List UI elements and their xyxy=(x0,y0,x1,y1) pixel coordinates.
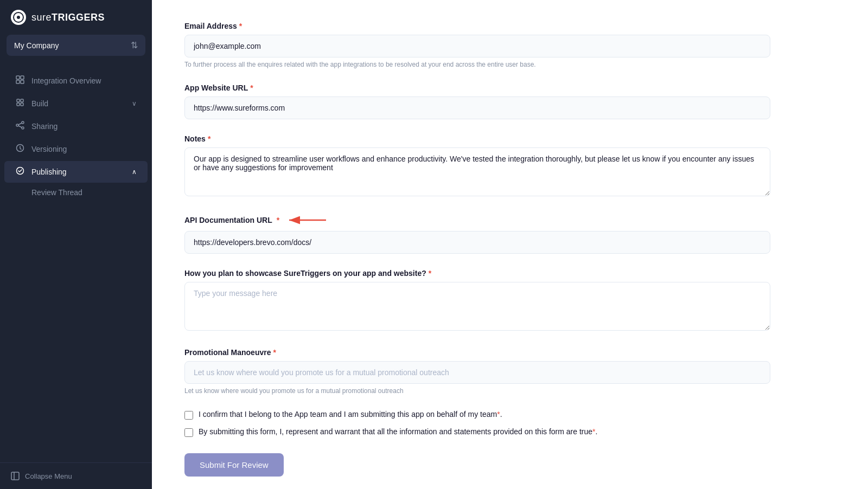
nav-items: Integration Overview Build ∨ xyxy=(0,65,152,462)
sidebar-item-sharing-label: Sharing xyxy=(31,122,137,131)
api-documentation-url-input[interactable] xyxy=(184,231,770,254)
svg-rect-17 xyxy=(11,472,19,480)
confirm-team-checkbox-group: I confirm that I belong to the App team … xyxy=(184,410,770,420)
svg-point-10 xyxy=(22,121,24,124)
email-address-label: Email Address* xyxy=(184,22,770,30)
confirm-true-label: By submitting this form, I, represent an… xyxy=(199,427,597,436)
confirm-true-checkbox[interactable] xyxy=(184,428,193,437)
publishing-icon xyxy=(15,166,25,177)
collapse-icon xyxy=(11,472,20,480)
sidebar: sureTRIGGERS My Company ⇅ Integration Ov… xyxy=(0,0,152,489)
sidebar-item-build[interactable]: Build ∨ xyxy=(4,93,148,114)
logo-part2: TRIGGERS xyxy=(52,12,105,23)
showcase-plan-label: How you plan to showcase SureTriggers on… xyxy=(184,269,770,278)
logo: sureTRIGGERS xyxy=(0,0,152,35)
app-website-url-label: App Website URL* xyxy=(184,83,770,92)
promotional-manoeuvre-hint: Let us know where would you promote us f… xyxy=(184,387,770,395)
api-documentation-url-field-group: API Documentation URL* xyxy=(184,214,770,254)
svg-rect-4 xyxy=(16,80,20,83)
svg-point-12 xyxy=(22,127,24,129)
logo-part1: sure xyxy=(31,12,52,23)
build-icon xyxy=(15,98,25,109)
collapse-menu-button[interactable]: Collapse Menu xyxy=(0,462,152,489)
sidebar-item-integration-overview[interactable]: Integration Overview xyxy=(4,70,148,92)
email-address-hint: To further process all the enquires rela… xyxy=(184,61,770,68)
grid-icon xyxy=(15,75,25,86)
versioning-icon xyxy=(15,144,25,155)
logo-icon xyxy=(11,10,26,25)
api-documentation-url-label: API Documentation URL* xyxy=(184,214,770,227)
promotional-manoeuvre-input[interactable] xyxy=(184,361,770,384)
company-name: My Company xyxy=(14,41,59,50)
chevron-down-icon: ∨ xyxy=(132,100,137,107)
sidebar-item-versioning-label: Versioning xyxy=(31,145,137,153)
submit-for-review-button[interactable]: Submit For Review xyxy=(184,453,284,477)
sidebar-item-review-thread-label: Review Thread xyxy=(31,188,82,197)
svg-point-11 xyxy=(16,124,18,126)
svg-point-1 xyxy=(17,16,20,19)
app-website-url-input[interactable] xyxy=(184,96,770,119)
svg-rect-8 xyxy=(17,103,20,106)
sidebar-item-integration-overview-label: Integration Overview xyxy=(31,76,137,85)
sidebar-item-build-label: Build xyxy=(31,99,125,108)
sidebar-item-review-thread[interactable]: Review Thread xyxy=(4,184,148,201)
chevron-up-icon: ∧ xyxy=(132,168,137,176)
red-arrow-icon xyxy=(284,214,327,227)
promotional-manoeuvre-field-group: Promotional Manoeuvre* Let us know where… xyxy=(184,348,770,395)
sidebar-item-sharing[interactable]: Sharing xyxy=(4,115,148,137)
confirm-team-label: I confirm that I belong to the App team … xyxy=(199,410,502,419)
app-website-url-field-group: App Website URL* xyxy=(184,83,770,119)
email-address-field-group: Email Address* To further process all th… xyxy=(184,22,770,68)
sidebar-item-publishing-label: Publishing xyxy=(31,168,125,176)
confirm-team-checkbox[interactable] xyxy=(184,411,193,420)
svg-line-13 xyxy=(18,123,22,125)
form-section: Email Address* To further process all th… xyxy=(184,22,770,477)
notes-textarea[interactable]: Our app is designed to streamline user w… xyxy=(184,147,770,196)
svg-rect-9 xyxy=(21,103,23,106)
email-address-input[interactable] xyxy=(184,35,770,57)
arrow-indicator xyxy=(284,214,327,227)
showcase-plan-textarea[interactable] xyxy=(184,282,770,331)
promotional-manoeuvre-label: Promotional Manoeuvre* xyxy=(184,348,770,357)
svg-rect-3 xyxy=(21,76,24,79)
share-icon xyxy=(15,121,25,132)
svg-rect-2 xyxy=(16,76,20,79)
confirm-true-checkbox-group: By submitting this form, I, represent an… xyxy=(184,427,770,437)
collapse-menu-label: Collapse Menu xyxy=(25,472,72,480)
svg-rect-6 xyxy=(17,99,20,102)
main-content: Email Address* To further process all th… xyxy=(152,0,868,489)
showcase-plan-field-group: How you plan to showcase SureTriggers on… xyxy=(184,269,770,333)
svg-line-14 xyxy=(18,126,22,127)
sort-icon: ⇅ xyxy=(131,40,138,50)
company-switcher[interactable]: My Company ⇅ xyxy=(7,35,145,56)
logo-text: sureTRIGGERS xyxy=(31,12,105,23)
notes-label: Notes* xyxy=(184,134,770,143)
svg-rect-7 xyxy=(21,99,23,102)
svg-rect-5 xyxy=(21,80,24,83)
sidebar-item-versioning[interactable]: Versioning xyxy=(4,138,148,160)
notes-field-group: Notes* Our app is designed to streamline… xyxy=(184,134,770,198)
sidebar-item-publishing[interactable]: Publishing ∧ xyxy=(4,161,148,183)
